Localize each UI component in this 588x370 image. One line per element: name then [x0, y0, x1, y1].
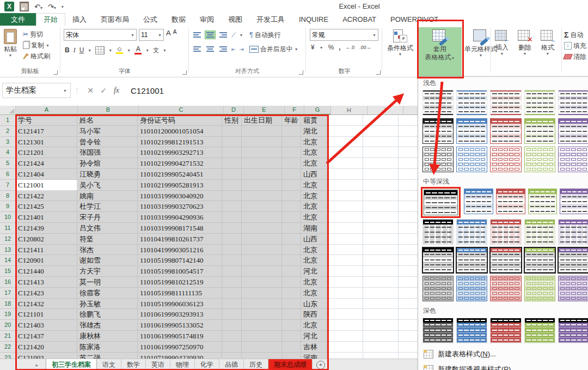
cell-E7[interactable]	[242, 180, 282, 191]
cell-D3[interactable]	[222, 137, 242, 148]
cell-B21[interactable]: 康秋林	[77, 331, 138, 342]
cell-A20[interactable]: C121403	[16, 320, 77, 331]
wrap-text-button[interactable]: ¶自动换行	[249, 29, 280, 40]
table-style-thumbnail[interactable]	[559, 276, 588, 301]
percent-style-icon[interactable]: %	[328, 44, 334, 51]
cell-E9[interactable]	[242, 201, 282, 212]
cell-E12[interactable]	[242, 234, 282, 245]
cell-A1[interactable]: 学号	[16, 115, 77, 126]
cell-F12[interactable]	[282, 234, 301, 245]
cell-D16[interactable]	[222, 277, 242, 288]
cell-F16[interactable]	[282, 277, 301, 288]
ribbon-tab-公式[interactable]: 公式	[136, 13, 164, 26]
column-header-H[interactable]: H	[331, 106, 367, 115]
cell-F20[interactable]	[282, 320, 301, 331]
cell-C3[interactable]: 110102199812191513	[138, 137, 222, 148]
ribbon-tab-插入[interactable]: 插入	[65, 13, 94, 26]
table-style-thumbnail[interactable]	[457, 90, 487, 115]
cell-I2[interactable]	[363, 126, 399, 137]
table-style-thumbnail[interactable]	[423, 90, 453, 115]
paste-button[interactable]: 粘贴 ▼	[1, 27, 20, 60]
cell-A6[interactable]: C121404	[16, 169, 77, 180]
cell-H8[interactable]	[327, 191, 363, 202]
cell-C12[interactable]: 110104199810261737	[138, 234, 222, 245]
font-color-button[interactable]: A	[134, 46, 142, 54]
italic-button[interactable]: I	[74, 46, 76, 54]
cell-B17[interactable]: 徐霞客	[77, 288, 138, 299]
cell-H10[interactable]	[327, 212, 363, 223]
cell-B6[interactable]: 江晓勇	[77, 169, 138, 180]
cell-I23[interactable]	[363, 353, 399, 359]
cell-I4[interactable]	[363, 147, 399, 158]
table-style-thumbnail[interactable]	[457, 276, 487, 301]
table-style-thumbnail[interactable]	[491, 147, 520, 172]
table-style-thumbnail[interactable]	[525, 90, 555, 115]
cell-A11[interactable]: C121439	[16, 223, 77, 234]
cell-D13[interactable]	[222, 245, 242, 256]
cell-H4[interactable]	[327, 147, 363, 158]
cell-I1[interactable]	[363, 115, 399, 126]
cell-E11[interactable]	[242, 223, 282, 234]
cell-D22[interactable]	[222, 342, 242, 353]
cell-I20[interactable]	[363, 320, 399, 331]
shrink-font-button[interactable]: A	[173, 29, 177, 41]
cell-H2[interactable]	[327, 126, 363, 137]
underline-button[interactable]: U	[79, 46, 84, 54]
table-style-thumbnail[interactable]	[559, 248, 588, 272]
cell-I5[interactable]	[363, 158, 399, 169]
cell-G23[interactable]: 河南	[301, 353, 327, 359]
grow-font-button[interactable]: A	[166, 29, 171, 41]
cell-I17[interactable]	[363, 288, 399, 299]
cell-A17[interactable]: C121423	[16, 288, 77, 299]
cell-I19[interactable]	[363, 309, 399, 320]
sheet-tab-历史[interactable]: 历史	[244, 359, 268, 370]
font-size-combo[interactable]: 11▼	[139, 29, 164, 41]
cell-A8[interactable]: C121422	[16, 191, 77, 202]
cell-H16[interactable]	[327, 277, 363, 288]
save-icon[interactable]	[20, 2, 29, 11]
cell-B10[interactable]: 宋子丹	[77, 212, 138, 223]
name-box[interactable]: 学生档案▼	[2, 83, 71, 98]
cell-C9[interactable]: 110103199903270623	[138, 201, 222, 212]
cell-I11[interactable]	[363, 223, 399, 234]
format-as-table-button[interactable]: 套用 表格格式▼	[418, 27, 462, 76]
ribbon-tab-审阅[interactable]: 审阅	[193, 13, 221, 26]
cell-E5[interactable]	[242, 158, 282, 169]
cell-F5[interactable]	[282, 158, 301, 169]
cell-H18[interactable]	[327, 299, 363, 310]
table-style-thumbnail[interactable]	[491, 248, 520, 272]
column-header-B[interactable]: B	[78, 106, 139, 115]
cell-H22[interactable]	[327, 342, 363, 353]
cell-C4[interactable]: 110102199903292713	[138, 147, 222, 158]
cell-G19[interactable]: 陕西	[301, 309, 327, 320]
cell-F4[interactable]	[282, 147, 301, 158]
cell-B12[interactable]: 符坚	[77, 234, 138, 245]
cell-D15[interactable]	[222, 266, 242, 277]
redo-icon[interactable]: ↷▾	[48, 3, 56, 10]
cell-B13[interactable]: 张杰	[77, 245, 138, 256]
table-style-thumbnail[interactable]	[559, 220, 588, 244]
cell-H5[interactable]	[327, 158, 363, 169]
cell-F21[interactable]	[282, 331, 301, 342]
cell-A15[interactable]: C121440	[16, 266, 77, 277]
sheet-tab-初三学生档案[interactable]: 初三学生档案	[46, 359, 97, 370]
row-header-1[interactable]: 1	[0, 115, 16, 126]
table-style-thumbnail[interactable]	[559, 318, 588, 343]
ribbon-tab-POWERPIVOT[interactable]: POWERPIVOT	[383, 13, 445, 26]
cell-D11[interactable]	[222, 223, 242, 234]
cell-H19[interactable]	[327, 309, 363, 320]
row-header-23[interactable]: 23	[0, 353, 16, 359]
cell-G22[interactable]: 吉林	[301, 342, 327, 353]
table-style-thumbnail[interactable]	[457, 147, 487, 172]
decrease-decimal-icon[interactable]: .00→	[359, 45, 371, 50]
cell-I16[interactable]	[363, 277, 399, 288]
cell-D7[interactable]	[222, 180, 242, 191]
column-header-I[interactable]: I	[367, 106, 403, 115]
cell-A22[interactable]: C121420	[16, 342, 77, 353]
align-right-icon[interactable]	[218, 45, 228, 53]
table-style-thumbnail[interactable]	[423, 147, 453, 172]
cell-I12[interactable]	[363, 234, 399, 245]
cell-F23[interactable]	[282, 353, 301, 359]
cut-button[interactable]: ✂剪切	[23, 29, 50, 40]
cell-E8[interactable]	[242, 191, 282, 202]
